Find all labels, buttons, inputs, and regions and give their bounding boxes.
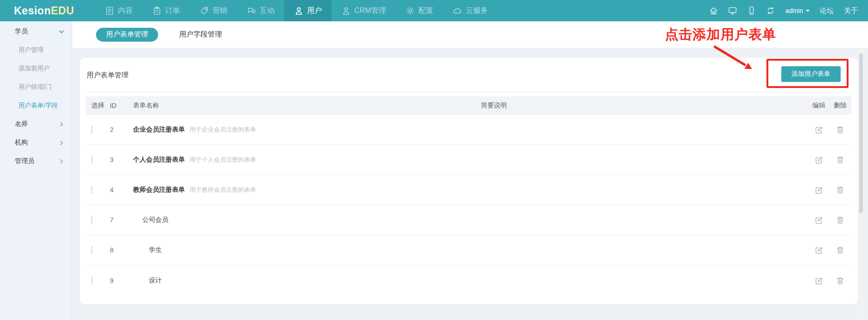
- marketing-icon: [199, 6, 209, 16]
- row-id: 9: [110, 277, 133, 284]
- content-icon: [105, 6, 115, 16]
- form-name: 个人会员注册表单: [133, 156, 185, 164]
- form-note: 用于个人会员注册的表单: [190, 156, 256, 164]
- main-content: 用户表单管理 添加用户表单 选择 ID 表单名称 简要说明 编辑 删除 2企业会…: [72, 48, 868, 320]
- row-id: 7: [110, 216, 133, 224]
- nav-item-用户[interactable]: 用户: [284, 0, 332, 21]
- admin-label: admin: [785, 7, 803, 14]
- crm-user-icon: [341, 6, 351, 16]
- mobile-icon[interactable]: [747, 6, 756, 15]
- col-header-edit: 编辑: [807, 101, 831, 110]
- sidebar-group-学员[interactable]: 学员: [0, 22, 71, 41]
- row-checkbox[interactable]: [91, 245, 92, 254]
- sidebar-item-添加新用户[interactable]: 添加新用户: [0, 59, 71, 78]
- tab-用户字段管理[interactable]: 用户字段管理: [179, 30, 222, 39]
- annotation-text: 点击添加用户表单: [665, 26, 776, 42]
- user-icon: [294, 6, 304, 16]
- about-link[interactable]: 关于: [844, 6, 858, 15]
- form-name: 公司会员: [133, 216, 178, 224]
- trash-icon[interactable]: [836, 155, 845, 164]
- nav-item-label: 订单: [165, 6, 180, 16]
- forum-link[interactable]: 论坛: [820, 6, 834, 15]
- edit-icon[interactable]: [814, 155, 823, 164]
- table-row: 3个人会员注册表单用于个人会员注册的表单: [86, 145, 851, 175]
- nav-item-CRM管理[interactable]: CRM管理: [332, 0, 396, 21]
- table-header-row: 选择 ID 表单名称 简要说明 编辑 删除: [86, 96, 851, 115]
- home-icon[interactable]: [709, 6, 718, 15]
- nav-item-订单[interactable]: 订单: [142, 0, 190, 21]
- nav-item-互动[interactable]: 互动: [237, 0, 284, 21]
- trash-icon[interactable]: [836, 215, 845, 225]
- nav-item-label: 云服务: [466, 6, 488, 16]
- trash-icon[interactable]: [836, 125, 845, 134]
- interaction-icon: [247, 6, 256, 16]
- user-form-panel: 用户表单管理 添加用户表单 选择 ID 表单名称 简要说明 编辑 删除 2企业会…: [80, 58, 858, 304]
- top-navbar: KesionEDU 内容订单营销互动用户CRM管理配置云服务 admin 论坛 …: [0, 0, 868, 21]
- scrollbar-track[interactable]: [858, 48, 864, 320]
- nav-item-云服务[interactable]: 云服务: [443, 0, 498, 21]
- edit-icon[interactable]: [814, 215, 823, 225]
- nav-item-label: 用户: [307, 6, 322, 16]
- form-note: 用于教师会员注册的表单: [190, 186, 256, 194]
- sidebar: 学员用户管理添加新用户用户组/部门用户表单/字段名师机构管理员: [0, 21, 72, 320]
- form-name: 教师会员注册表单: [133, 186, 185, 194]
- chevron-down-icon: [806, 10, 810, 12]
- nav-item-label: 营销: [212, 6, 227, 16]
- col-header-delete: 删除: [831, 101, 849, 110]
- edit-icon[interactable]: [814, 276, 823, 285]
- sidebar-group-名师[interactable]: 名师: [0, 115, 71, 133]
- tab-用户表单管理[interactable]: 用户表单管理: [96, 28, 158, 42]
- row-checkbox[interactable]: [91, 215, 92, 224]
- nav-item-内容[interactable]: 内容: [95, 0, 142, 21]
- scrollbar-thumb[interactable]: [859, 53, 863, 213]
- col-header-select: 选择: [91, 101, 110, 110]
- trash-icon[interactable]: [836, 185, 845, 195]
- table-row: 9设计: [86, 265, 851, 295]
- form-name: 学生: [133, 246, 178, 254]
- row-id: 3: [110, 156, 133, 163]
- chevron-down-icon: [58, 29, 64, 35]
- chevron-right-icon: [58, 121, 64, 127]
- edit-icon[interactable]: [814, 125, 823, 134]
- order-icon: [152, 6, 162, 16]
- nav-item-营销[interactable]: 营销: [190, 0, 237, 21]
- trash-icon[interactable]: [836, 276, 845, 285]
- logo-primary: Kesion: [14, 5, 51, 17]
- app-logo: KesionEDU: [0, 0, 95, 21]
- sidebar-group-label: 机构: [15, 138, 28, 147]
- navbar-quick-icons: [699, 6, 775, 15]
- admin-dropdown[interactable]: admin: [785, 7, 810, 14]
- logo-accent: EDU: [51, 5, 74, 17]
- nav-item-配置[interactable]: 配置: [396, 0, 443, 21]
- row-checkbox[interactable]: [91, 276, 92, 285]
- edit-icon[interactable]: [814, 185, 823, 195]
- sidebar-item-用户管理[interactable]: 用户管理: [0, 41, 71, 59]
- table-row: 2企业会员注册表单用于企业会员注册的表单: [86, 115, 851, 145]
- sidebar-group-管理员[interactable]: 管理员: [0, 152, 71, 170]
- row-checkbox[interactable]: [91, 185, 92, 194]
- nav-item-label: 互动: [260, 6, 274, 16]
- table-body: 2企业会员注册表单用于企业会员注册的表单3个人会员注册表单用于个人会员注册的表单…: [86, 115, 851, 295]
- desktop-icon[interactable]: [728, 6, 737, 15]
- table-row: 7公司会员: [86, 205, 851, 235]
- trash-icon[interactable]: [836, 245, 845, 255]
- col-header-id: ID: [110, 102, 133, 109]
- main-nav: 内容订单营销互动用户CRM管理配置云服务: [95, 0, 498, 21]
- form-name: 设计: [133, 276, 178, 285]
- sidebar-group-机构[interactable]: 机构: [0, 133, 71, 152]
- sidebar-group-label: 学员: [15, 27, 28, 36]
- row-checkbox[interactable]: [91, 155, 92, 164]
- sidebar-item-用户表单/字段[interactable]: 用户表单/字段: [0, 96, 71, 115]
- refresh-icon[interactable]: [766, 6, 775, 15]
- edit-icon[interactable]: [814, 245, 823, 255]
- chevron-right-icon: [58, 140, 64, 146]
- table-row: 4教师会员注册表单用于教师会员注册的表单: [86, 175, 851, 205]
- cloud-icon: [453, 6, 462, 16]
- sidebar-item-用户组/部门[interactable]: 用户组/部门: [0, 78, 71, 96]
- row-checkbox[interactable]: [91, 125, 92, 134]
- form-note: 用于企业会员注册的表单: [190, 125, 256, 134]
- row-id: 2: [110, 126, 133, 133]
- add-user-form-button[interactable]: 添加用户表单: [781, 66, 841, 82]
- col-header-description: 简要说明: [481, 101, 807, 110]
- nav-item-label: 配置: [418, 6, 433, 16]
